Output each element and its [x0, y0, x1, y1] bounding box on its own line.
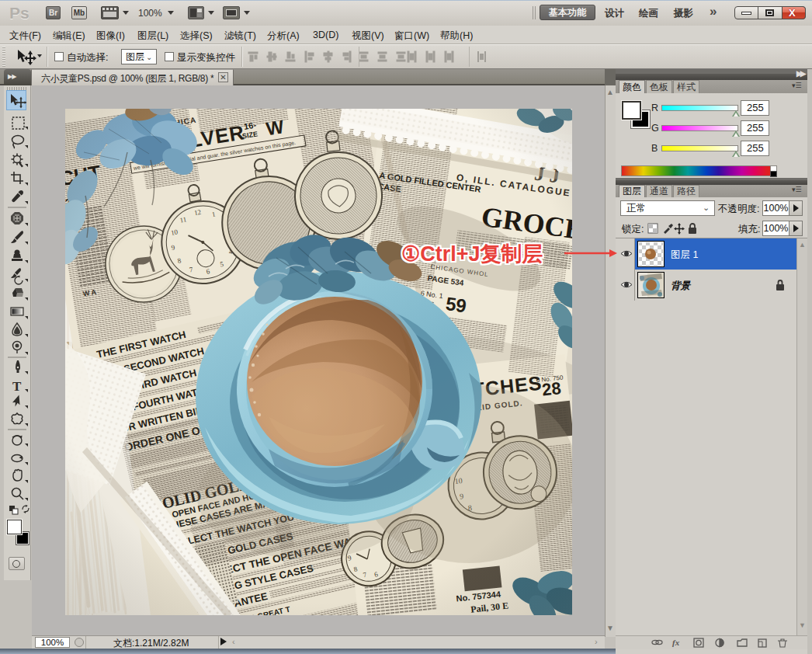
svg-text:fx: fx: [672, 638, 680, 647]
svg-text:T: T: [12, 379, 22, 394]
